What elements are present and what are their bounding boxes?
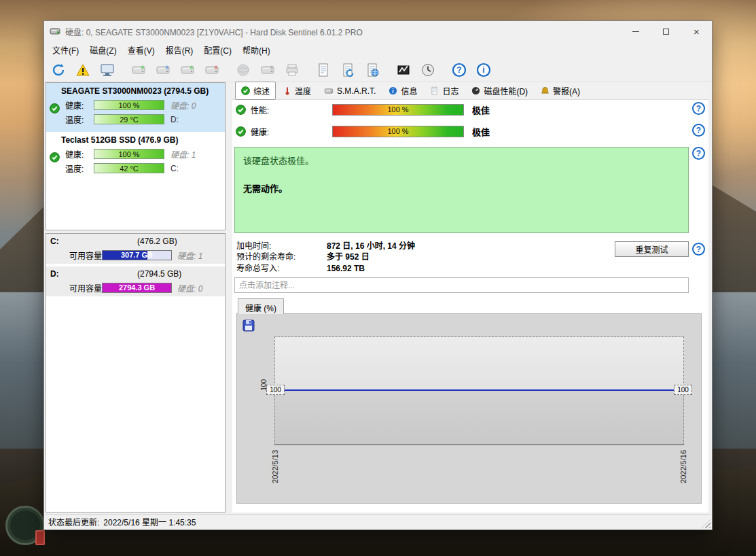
close-button[interactable]: × (681, 21, 712, 41)
power-on-time-label: 加电时间: (236, 239, 327, 251)
health-label: 健康: (65, 99, 94, 111)
performance-label: 性能: (251, 104, 332, 116)
data-point-label-right: 100 (674, 385, 692, 395)
disk-item-seagate[interactable]: SEAGATE ST3000NM0023 (2794.5 GB) 健康: 100… (46, 83, 225, 132)
performance-gauge-icon (471, 86, 480, 95)
overview-check-icon (241, 86, 250, 95)
refresh-icon[interactable] (49, 60, 67, 79)
comment-input[interactable] (234, 277, 689, 293)
retest-button[interactable]: 重复测试 (615, 241, 689, 257)
thermometer-icon (283, 86, 291, 95)
health-chart-plot: 100 100 100 2022/5/13 2022/5/16 (274, 336, 684, 445)
status-warning-icon[interactable] (73, 60, 92, 79)
svg-text:i: i (393, 88, 394, 94)
information-icon[interactable]: i (474, 60, 492, 79)
disk-eject-icon[interactable] (258, 60, 276, 79)
data-point-label-left: 100 (266, 385, 285, 395)
titlebar[interactable]: 硬盘: 0, SEAGATE ST3000NM0023 [Z1Y0VAHC] -… (44, 21, 712, 41)
menu-report[interactable]: 报告(R) (160, 41, 199, 58)
disk-test-4-icon[interactable] (202, 60, 221, 79)
health-line-series (275, 389, 683, 391)
menu-view[interactable]: 查看(V) (122, 41, 160, 58)
tab-information[interactable]: i 信息 (383, 82, 422, 99)
printer-icon[interactable] (283, 60, 301, 79)
app-window: 硬盘: 0, SEAGATE ST3000NM0023 [Z1Y0VAHC] -… (43, 20, 713, 530)
retest-help-icon[interactable]: ? (692, 243, 705, 256)
tab-log[interactable]: 日志 (425, 82, 464, 99)
partition-size: (2794.5 GB) (137, 269, 181, 279)
free-space-value: 307.7 GB (103, 251, 171, 260)
remaining-lifetime-label: 预计的剩余寿命: (236, 250, 327, 262)
free-space-value: 2794.3 GB (103, 283, 171, 292)
partition-disk-number: 硬盘: 1 (177, 249, 202, 261)
partition-letter: C: (50, 237, 59, 246)
performance-bar: 100 % (332, 104, 464, 116)
disk-test-1-icon[interactable] (129, 60, 147, 79)
disk-test-3-icon[interactable] (178, 60, 196, 79)
disk-item-teclast[interactable]: Teclast 512GB SSD (476.9 GB) 健康: 100 % 硬… (46, 132, 225, 181)
partition-size: (476.2 GB) (137, 237, 177, 246)
minimize-button[interactable] (620, 21, 651, 41)
performance-help-icon[interactable]: ? (692, 102, 705, 115)
partition-item-c[interactable]: C: (476.2 GB) 可用容量 307.7 GB 硬盘: 1 (46, 234, 225, 264)
menu-file[interactable]: 文件(F) (47, 41, 84, 58)
window-title: 硬盘: 0, SEAGATE ST3000NM0023 [Z1Y0VAHC] -… (65, 26, 363, 37)
desktop-seal-stamp (35, 530, 45, 545)
health-bar: 100 % (94, 100, 164, 110)
minimize-icon (632, 31, 639, 32)
svg-text:?: ? (456, 65, 461, 75)
partition-disk-number: 硬盘: 0 (177, 282, 202, 294)
status-text: 该硬盘状态极佳。 (243, 154, 680, 167)
disk-ok-icon (50, 152, 60, 165)
status-help-icon[interactable]: ? (692, 147, 705, 160)
app-icon (50, 26, 60, 37)
power-on-time-row: 加电时间:872 日, 16 小时, 14 分钟 (236, 239, 415, 250)
lifetime-writes-row: 寿命总写入:156.92 TB (236, 262, 365, 273)
tab-overview[interactable]: 综述 (235, 82, 276, 100)
disk-sphere-icon[interactable] (234, 60, 252, 79)
remaining-lifetime-row: 预计的剩余寿命:多于 952 日 (236, 250, 370, 261)
free-space-label: 可用容量 (69, 249, 102, 261)
content-area: SEAGATE ST3000NM0023 (2794.5 GB) 健康: 100… (45, 82, 711, 514)
report-refresh-icon[interactable] (338, 60, 357, 79)
partition-item-d[interactable]: D: (2794.5 GB) 可用容量 2794.3 GB 硬盘: 0 (46, 266, 225, 296)
disk-name: Teclast 512GB SSD (476.9 GB) (46, 134, 225, 147)
maximize-button[interactable] (651, 21, 681, 41)
disk-name: SEAGATE ST3000NM0023 (2794.5 GB) (46, 85, 225, 98)
help-icon[interactable]: ? (450, 60, 468, 79)
svg-text:i: i (482, 65, 484, 75)
menu-help[interactable]: 帮助(H) (237, 41, 276, 58)
chart-tab-health[interactable]: 健康 (%) (238, 298, 284, 314)
clock-icon[interactable] (418, 60, 437, 79)
disk-monitor-icon[interactable] (98, 60, 116, 79)
temperature-bar: 42 °C (94, 163, 164, 173)
partition-letter: D: (50, 269, 59, 279)
save-chart-icon[interactable] (242, 319, 255, 334)
health-chart-panel: 健康 (%) 100 100 100 2022/5/13 2022/5/16 (236, 298, 702, 504)
info-icon: i (389, 86, 397, 95)
calibration-icon[interactable] (394, 60, 412, 79)
menu-configuration[interactable]: 配置(C) (198, 41, 237, 58)
performance-rating: 极佳 (472, 103, 490, 116)
drive-letter: D: (170, 115, 179, 124)
report-send-icon[interactable] (363, 60, 381, 79)
tabstrip: 综述 温度 S.M.A.R.T. i 信息 日志 (232, 82, 708, 100)
health-rating: 极佳 (472, 125, 490, 138)
tab-disk-performance[interactable]: 磁盘性能(D) (466, 82, 533, 99)
main-panel: 综述 温度 S.M.A.R.T. i 信息 日志 (232, 82, 708, 512)
health-help-icon[interactable]: ? (692, 124, 705, 137)
tab-alerts[interactable]: 警报(A) (535, 82, 586, 99)
health-label: 健康: (251, 126, 332, 137)
health-bar: 100 % (332, 126, 464, 137)
toolbar: ? i (44, 58, 712, 82)
alert-bell-icon (541, 86, 550, 95)
health-ok-icon (236, 126, 247, 137)
smart-disk-icon (324, 86, 334, 96)
tab-temperature[interactable]: 温度 (278, 82, 317, 99)
menu-disk[interactable]: 磁盘(Z) (84, 41, 122, 58)
performance-row: 性能: 100 % 极佳 (232, 103, 490, 116)
status-action-text: 无需动作。 (243, 181, 680, 194)
tab-smart[interactable]: S.M.A.R.T. (319, 84, 381, 99)
disk-test-2-icon[interactable] (154, 60, 172, 79)
report-document-icon[interactable] (314, 60, 332, 79)
